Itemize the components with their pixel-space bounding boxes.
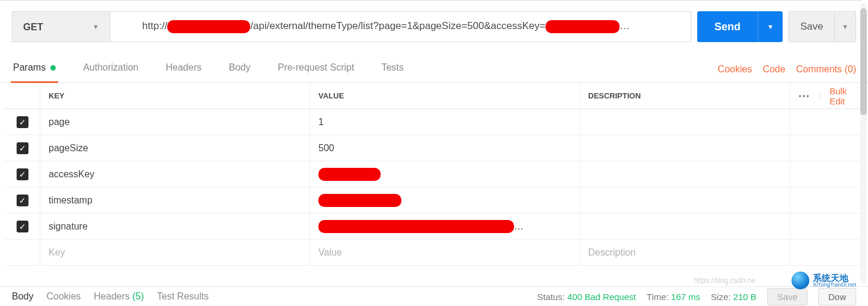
- redact-block: [318, 220, 514, 233]
- params-row: ✓timestamp: [5, 187, 863, 213]
- tab-label: Authorization: [83, 62, 138, 73]
- save-response-button[interactable]: Save: [767, 288, 808, 305]
- row-tail: [790, 213, 856, 239]
- row-checkbox[interactable]: ✓: [5, 109, 40, 135]
- row-value-input[interactable]: [310, 187, 580, 213]
- new-value-input[interactable]: Value: [310, 240, 580, 265]
- row-value-input[interactable]: 1: [310, 109, 580, 135]
- params-row: ✓accessKey: [5, 161, 863, 187]
- row-tail: [790, 135, 856, 161]
- row-key-input[interactable]: accessKey: [40, 161, 310, 187]
- row-checkbox[interactable]: ✓: [5, 213, 40, 239]
- watermark-url: https://blog.csdn.ne: [694, 276, 755, 285]
- resp-tab-headers[interactable]: Headers (5): [94, 291, 144, 302]
- bulk-edit-link[interactable]: Bulk Edit: [829, 86, 847, 106]
- params-header-row: KEY VALUE DESCRIPTION ••• Bulk Edit: [5, 83, 863, 109]
- row-value-input[interactable]: …: [310, 213, 580, 239]
- save-dropdown-button[interactable]: ▼: [835, 11, 856, 42]
- scroll-thumb[interactable]: [860, 8, 867, 115]
- http-method-select[interactable]: GET ▼: [12, 12, 110, 42]
- status-stat: Status: 400 Bad Request: [537, 292, 636, 302]
- dot-icon: [50, 65, 56, 71]
- tab-label: Tests: [381, 62, 403, 73]
- divider: [820, 91, 821, 101]
- row-description-input[interactable]: [580, 187, 790, 213]
- redact-block: [318, 194, 401, 207]
- tab-aux-links: Cookies Code Comments (0): [718, 64, 856, 75]
- tab-label: Headers: [166, 62, 202, 73]
- tab-params[interactable]: Params: [12, 56, 57, 82]
- tab-body[interactable]: Body: [228, 56, 251, 82]
- col-key: KEY: [40, 83, 310, 109]
- more-icon[interactable]: •••: [799, 91, 810, 100]
- row-description-input[interactable]: [580, 161, 790, 187]
- params-table: KEY VALUE DESCRIPTION ••• Bulk Edit ✓pag…: [5, 83, 863, 266]
- row-description-input[interactable]: [580, 213, 790, 239]
- tabs-row: Params Authorization Headers Body Pre-re…: [0, 56, 868, 83]
- tab-headers[interactable]: Headers: [165, 56, 203, 82]
- size-stat: Size: 210 B: [711, 292, 757, 302]
- cookies-link[interactable]: Cookies: [718, 64, 752, 75]
- request-bar: GET ▼ http:///api/external/themeType/lis…: [0, 1, 868, 53]
- check-icon: ✓: [17, 142, 28, 154]
- url-text: http:///api/external/themeType/list?page…: [120, 12, 630, 42]
- response-bar: Body Cookies Headers (5) Test Results St…: [0, 286, 868, 306]
- params-row: ✓signature…: [5, 213, 863, 240]
- comments-link[interactable]: Comments (0): [796, 64, 856, 75]
- chevron-down-icon: ▼: [92, 23, 99, 30]
- check-icon: ✓: [17, 168, 28, 180]
- response-stats: Status: 400 Bad Request Time: 167 ms Siz…: [537, 288, 856, 305]
- row-tail: [790, 161, 856, 187]
- send-button[interactable]: Send: [697, 11, 758, 42]
- redact-host: [167, 20, 250, 33]
- new-key-input[interactable]: Key: [40, 240, 310, 265]
- redact-block: [318, 168, 381, 181]
- send-dropdown-button[interactable]: ▼: [758, 11, 783, 42]
- row-checkbox[interactable]: ✓: [5, 135, 40, 161]
- row-description-input[interactable]: [580, 135, 790, 161]
- save-button-group: Save ▼: [789, 11, 856, 42]
- row-description-input[interactable]: [580, 109, 790, 135]
- row-value-input[interactable]: 500: [310, 135, 580, 161]
- resp-tab-body[interactable]: Body: [12, 291, 33, 302]
- row-checkbox[interactable]: ✓: [5, 187, 40, 213]
- params-new-row: Key Value Description: [5, 240, 863, 266]
- row-key-input[interactable]: page: [40, 109, 310, 135]
- save-button[interactable]: Save: [789, 11, 835, 42]
- row-tail: [790, 240, 856, 265]
- row-key-input[interactable]: timestamp: [40, 187, 310, 213]
- row-key-input[interactable]: pageSize: [40, 135, 310, 161]
- row-value-input[interactable]: [310, 161, 580, 187]
- http-method-value: GET: [23, 21, 43, 33]
- new-description-input[interactable]: Description: [580, 240, 790, 265]
- row-tail: [790, 109, 856, 135]
- redact-tail: [545, 20, 620, 33]
- resp-tab-testresults[interactable]: Test Results: [157, 291, 209, 302]
- row-checkbox[interactable]: ✓: [5, 161, 40, 187]
- tab-prerequest[interactable]: Pre-request Script: [276, 56, 355, 82]
- tab-authorization[interactable]: Authorization: [82, 56, 139, 82]
- col-value: VALUE: [310, 83, 580, 109]
- check-icon: ✓: [17, 195, 28, 206]
- col-description: DESCRIPTION: [580, 83, 790, 109]
- tab-label: Params: [13, 62, 46, 73]
- code-link[interactable]: Code: [762, 64, 785, 75]
- row-key-input[interactable]: signature: [40, 213, 310, 239]
- check-icon: ✓: [17, 221, 28, 232]
- resp-tab-cookies[interactable]: Cookies: [46, 291, 81, 302]
- method-url-group: GET ▼ http:///api/external/themeType/lis…: [12, 11, 691, 42]
- tab-label: Body: [229, 62, 250, 73]
- time-stat: Time: 167 ms: [647, 292, 700, 302]
- params-row: ✓page1: [5, 109, 863, 135]
- send-button-group: Send ▼: [697, 11, 783, 42]
- col-checkbox: [5, 83, 40, 109]
- download-response-button[interactable]: Dow: [818, 288, 856, 305]
- url-input[interactable]: http:///api/external/themeType/list?page…: [110, 12, 691, 42]
- request-tabs: Params Authorization Headers Body Pre-re…: [12, 56, 405, 82]
- response-tabs: Body Cookies Headers (5) Test Results: [12, 291, 209, 302]
- row-checkbox[interactable]: [5, 240, 40, 265]
- params-row: ✓pageSize500: [5, 135, 863, 161]
- tab-label: Pre-request Script: [277, 62, 354, 73]
- vertical-scrollbar[interactable]: [860, 4, 867, 283]
- tab-tests[interactable]: Tests: [380, 56, 404, 82]
